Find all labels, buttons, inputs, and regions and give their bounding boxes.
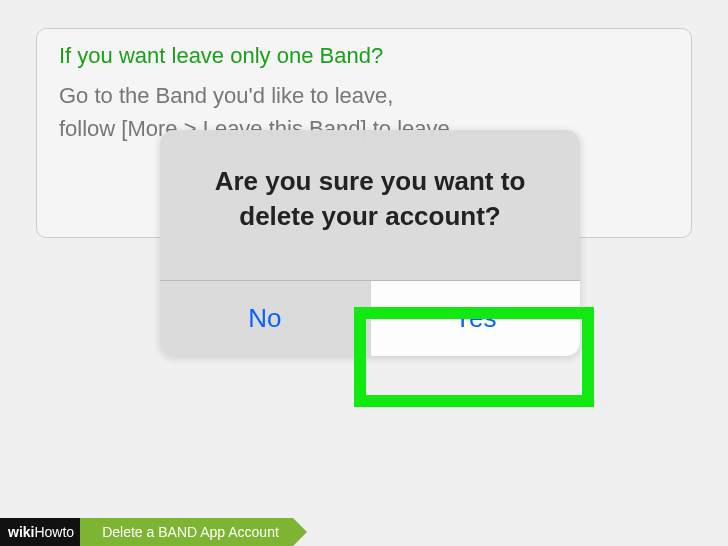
dialog-button-row: No Yes [160, 280, 580, 356]
dialog-title: Are you sure you want to delete your acc… [160, 130, 580, 280]
background-heading: If you want leave only one Band? [37, 29, 691, 75]
wikihow-caption: wikiHow to Delete a BAND App Account [0, 518, 293, 546]
confirm-dialog: Are you sure you want to delete your acc… [160, 130, 580, 356]
brand-normal: How [34, 524, 62, 540]
wikihow-article-title: Delete a BAND App Account [80, 518, 293, 546]
no-button[interactable]: No [160, 281, 370, 356]
article-prefix: to [62, 524, 74, 540]
yes-button[interactable]: Yes [370, 281, 581, 356]
wikihow-brand: wikiHow to [0, 518, 80, 546]
brand-bold: wiki [8, 524, 34, 540]
